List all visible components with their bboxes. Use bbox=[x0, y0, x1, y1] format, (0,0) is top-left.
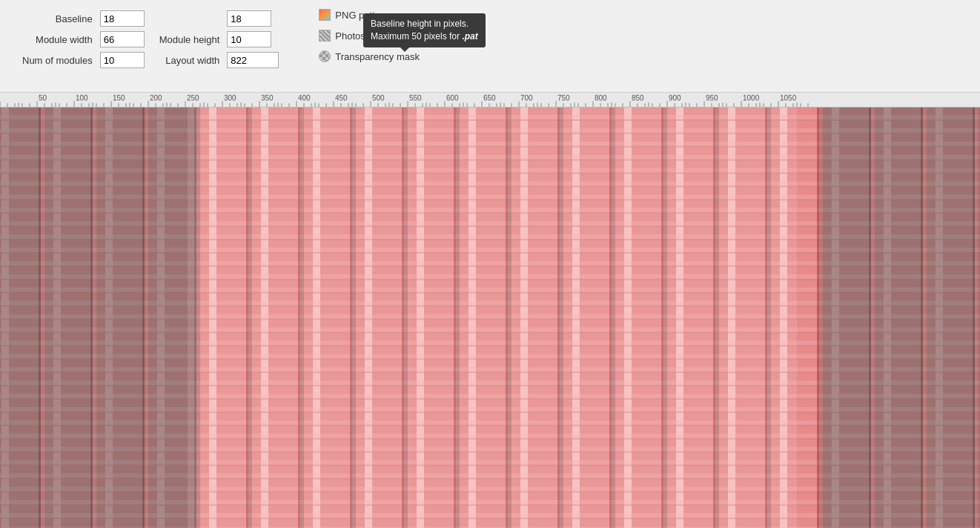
transparency-icon bbox=[319, 50, 331, 62]
toolbar: Baseline Module width Module height Num … bbox=[0, 0, 980, 93]
module-height-label: Module height bbox=[159, 34, 220, 45]
layout-width-input[interactable] bbox=[227, 52, 279, 68]
preview-canvas bbox=[0, 108, 980, 528]
num-modules-label: Num of modules bbox=[22, 55, 93, 66]
transparency-mask-label: Transparency mask bbox=[335, 51, 420, 62]
png-pattern-label: PNG pattern bbox=[335, 10, 388, 21]
module-width-input[interactable] bbox=[100, 31, 145, 47]
layout-width-label: Layout width bbox=[159, 55, 220, 66]
form-grid: Baseline Module width Module height Num … bbox=[7, 4, 294, 74]
ruler-canvas bbox=[0, 93, 980, 107]
ruler bbox=[0, 93, 980, 108]
module-width-label: Module width bbox=[22, 34, 93, 45]
png-pattern-button[interactable]: PNG pattern bbox=[316, 7, 423, 22]
baseline-input-right[interactable] bbox=[227, 10, 271, 27]
module-height-input[interactable] bbox=[227, 31, 271, 47]
photoshop-icon bbox=[319, 30, 331, 42]
buttons-section: PNG pattern Photoshop pattern Transparen… bbox=[316, 4, 423, 64]
tooltip-pat: .pat bbox=[462, 31, 477, 42]
baseline-label: Baseline bbox=[22, 13, 93, 24]
photoshop-pattern-button[interactable]: Photoshop pattern bbox=[316, 28, 423, 43]
transparency-mask-button[interactable]: Transparency mask bbox=[316, 49, 423, 64]
baseline-input-left[interactable] bbox=[100, 10, 145, 27]
num-modules-input[interactable] bbox=[100, 52, 145, 68]
preview-area bbox=[0, 108, 980, 528]
photoshop-pattern-label: Photoshop pattern bbox=[335, 30, 414, 42]
png-icon bbox=[319, 9, 331, 21]
